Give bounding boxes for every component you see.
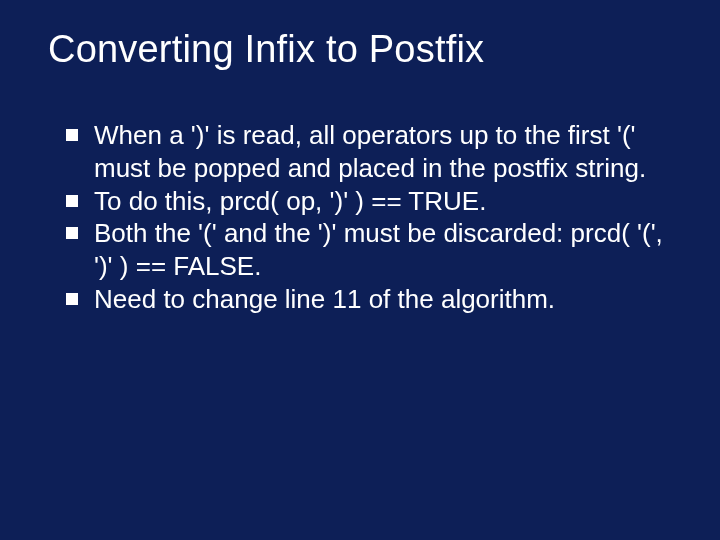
list-item: To do this, prcd( op, ')' ) == TRUE. [66,185,678,218]
slide-title: Converting Infix to Postfix [48,28,678,71]
list-item: Both the '(' and the ')' must be discard… [66,217,678,283]
slide: Converting Infix to Postfix When a ')' i… [0,0,720,540]
list-item: Need to change line 11 of the algorithm. [66,283,678,316]
list-item: When a ')' is read, all operators up to … [66,119,678,185]
bullet-list: When a ')' is read, all operators up to … [48,119,678,316]
